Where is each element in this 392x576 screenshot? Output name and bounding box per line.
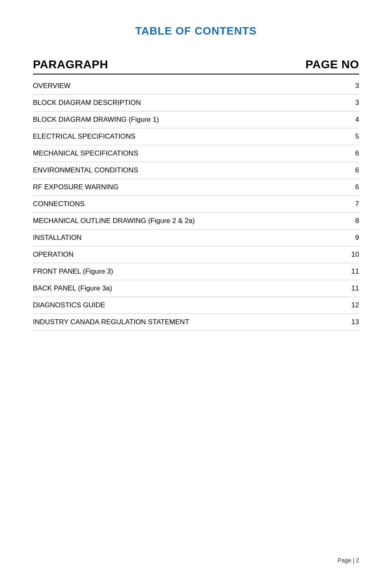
toc-row: RF EXPOSURE WARNING6 <box>33 179 359 196</box>
page-title: TABLE OF CONTENTS <box>33 25 359 37</box>
toc-entry-page: 11 <box>343 267 359 276</box>
toc-row: CONNECTIONS7 <box>33 196 359 213</box>
toc-header-pageno: PAGE NO <box>305 58 359 71</box>
toc-row: ELECTRICAL SPECIFICATIONS5 <box>33 128 359 145</box>
toc-entry-page: 3 <box>343 82 359 90</box>
toc-entry-label: ENVIRONMENTAL CONDITIONS <box>33 166 138 174</box>
toc-entry-label: FRONT PANEL (Figure 3) <box>33 267 113 276</box>
toc-entry-page: 3 <box>343 99 359 107</box>
toc-row: MECHANICAL SPECIFICATIONS6 <box>33 145 359 162</box>
toc-entry-label: MECHANICAL OUTLINE DRAWING (Figure 2 & 2… <box>33 217 195 225</box>
toc-header-paragraph: PARAGRAPH <box>33 58 108 71</box>
toc-entry-label: INSTALLATION <box>33 234 81 242</box>
toc-entry-page: 9 <box>343 234 359 242</box>
toc-entry-label: CONNECTIONS <box>33 200 85 208</box>
toc-entry-page: 12 <box>343 301 359 309</box>
toc-entry-label: DIAGNOSTICS GUIDE <box>33 301 105 309</box>
toc-row: DIAGNOSTICS GUIDE12 <box>33 297 359 314</box>
page-footer: Page | 2 <box>338 557 359 564</box>
toc-entry-label: MECHANICAL SPECIFICATIONS <box>33 149 138 158</box>
toc-entry-page: 4 <box>343 116 359 124</box>
toc-list: OVERVIEW3BLOCK DIAGRAM DESCRIPTION3BLOCK… <box>33 78 359 331</box>
page: TABLE OF CONTENTS PARAGRAPH PAGE NO OVER… <box>0 0 392 576</box>
toc-row: MECHANICAL OUTLINE DRAWING (Figure 2 & 2… <box>33 213 359 230</box>
toc-entry-page: 7 <box>343 200 359 208</box>
toc-entry-label: BLOCK DIAGRAM DESCRIPTION <box>33 99 141 107</box>
toc-entry-page: 8 <box>343 217 359 225</box>
toc-entry-label: BACK PANEL (Figure 3a) <box>33 284 112 293</box>
toc-entry-page: 6 <box>343 149 359 158</box>
toc-row: INDUSTRY CANADA REGULATION STATEMENT13 <box>33 314 359 331</box>
toc-entry-page: 5 <box>343 132 359 141</box>
toc-header: PARAGRAPH PAGE NO <box>33 58 359 74</box>
toc-entry-page: 10 <box>343 251 359 259</box>
toc-row: ENVIRONMENTAL CONDITIONS6 <box>33 162 359 179</box>
toc-entry-label: ELECTRICAL SPECIFICATIONS <box>33 132 135 141</box>
toc-entry-label: RF EXPOSURE WARNING <box>33 183 118 191</box>
toc-entry-page: 11 <box>343 284 359 293</box>
toc-entry-label: OPERATION <box>33 251 74 259</box>
toc-entry-page: 6 <box>343 166 359 174</box>
toc-row: BLOCK DIAGRAM DESCRIPTION3 <box>33 95 359 111</box>
toc-row: OVERVIEW3 <box>33 78 359 95</box>
toc-entry-page: 13 <box>343 318 359 326</box>
toc-entry-label: BLOCK DIAGRAM DRAWING (Figure 1) <box>33 116 159 124</box>
toc-row: BLOCK DIAGRAM DRAWING (Figure 1)4 <box>33 111 359 128</box>
toc-entry-page: 6 <box>343 183 359 191</box>
toc-row: INSTALLATION9 <box>33 230 359 246</box>
toc-entry-label: OVERVIEW <box>33 82 70 90</box>
toc-row: BACK PANEL (Figure 3a)11 <box>33 280 359 297</box>
toc-row: FRONT PANEL (Figure 3)11 <box>33 263 359 280</box>
toc-entry-label: INDUSTRY CANADA REGULATION STATEMENT <box>33 318 189 326</box>
toc-row: OPERATION10 <box>33 246 359 263</box>
